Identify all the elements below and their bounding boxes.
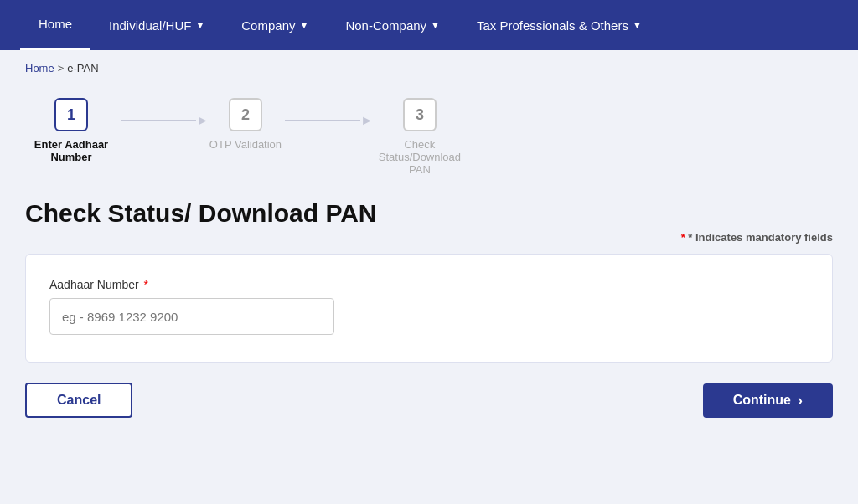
aadhaar-field-label: Aadhaar Number * (49, 278, 809, 291)
step-2-label: OTP Validation (209, 138, 282, 151)
footer-buttons: Cancel Continue › (25, 383, 833, 426)
main-content: 1 Enter Aadhaar Number ► 2 OTP Validatio… (0, 81, 858, 443)
step-2-circle: 2 (229, 98, 262, 131)
step-2-group: 2 OTP Validation (209, 98, 282, 151)
step-3-group: 3 Check Status/Download PAN (374, 98, 466, 176)
cancel-button[interactable]: Cancel (25, 383, 132, 418)
main-nav: Home Individual/HUF ▼ Company ▼ Non-Comp… (0, 0, 858, 50)
page-title: Check Status/ Download PAN (25, 199, 833, 228)
breadcrumb-home[interactable]: Home (25, 62, 54, 75)
step-connector-2-3: ► (282, 113, 374, 128)
mandatory-note: * * Indicates mandatory fields (25, 231, 833, 244)
continue-button[interactable]: Continue › (703, 383, 833, 418)
step-3-circle: 3 (403, 98, 437, 131)
required-indicator: * (141, 278, 148, 291)
chevron-down-icon: ▼ (195, 20, 204, 30)
chevron-down-icon: ▼ (299, 20, 308, 30)
step-3-label: Check Status/Download PAN (374, 138, 466, 176)
stepper: 1 Enter Aadhaar Number ► 2 OTP Validatio… (25, 98, 833, 176)
nav-home[interactable]: Home (20, 0, 90, 50)
chevron-down-icon: ▼ (431, 20, 440, 30)
mandatory-asterisk: * (681, 231, 685, 244)
step-1-circle: 1 (54, 98, 88, 131)
nav-company[interactable]: Company ▼ (223, 0, 327, 50)
step-1-group: 1 Enter Aadhaar Number (25, 98, 117, 163)
nav-non-company[interactable]: Non-Company ▼ (327, 0, 458, 50)
breadcrumb: Home > e-PAN (0, 50, 858, 81)
step-arrow-icon: ► (196, 113, 209, 128)
step-line (121, 120, 196, 121)
form-card: Aadhaar Number * (25, 254, 833, 363)
aadhaar-input[interactable] (49, 298, 334, 335)
step-arrow-icon: ► (360, 113, 374, 128)
nav-individual[interactable]: Individual/HUF ▼ (90, 0, 223, 50)
nav-tax-professionals[interactable]: Tax Professionals & Others ▼ (458, 0, 660, 50)
step-connector-1-2: ► (117, 113, 209, 128)
chevron-right-icon: › (798, 392, 803, 409)
breadcrumb-separator: > (58, 62, 65, 75)
step-1-label: Enter Aadhaar Number (25, 138, 117, 163)
step-line (285, 120, 360, 121)
chevron-down-icon: ▼ (633, 20, 642, 30)
breadcrumb-current: e-PAN (67, 62, 98, 75)
